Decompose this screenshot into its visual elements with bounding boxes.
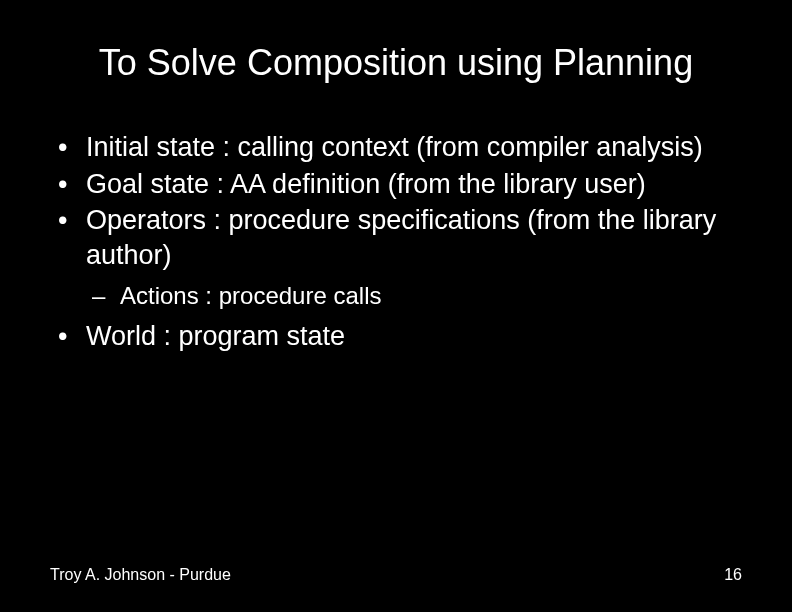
slide-title: To Solve Composition using Planning	[0, 0, 792, 94]
bullet-list: Initial state : calling context (from co…	[50, 130, 742, 354]
footer-author: Troy A. Johnson - Purdue	[50, 566, 231, 584]
slide-footer: Troy A. Johnson - Purdue 16	[0, 566, 792, 584]
list-item: Operators : procedure specifications (fr…	[50, 203, 742, 311]
sub-bullet-list: Actions : procedure calls	[86, 280, 742, 311]
list-item: Initial state : calling context (from co…	[50, 130, 742, 165]
list-item: Actions : procedure calls	[86, 280, 742, 311]
list-item-text: World : program state	[86, 321, 345, 351]
slide-content: Initial state : calling context (from co…	[0, 94, 792, 354]
list-item: Goal state : AA definition (from the lib…	[50, 167, 742, 202]
list-item-text: Initial state : calling context (from co…	[86, 132, 703, 162]
footer-page-number: 16	[724, 566, 742, 584]
slide: To Solve Composition using Planning Init…	[0, 0, 792, 612]
list-item-text: Goal state : AA definition (from the lib…	[86, 169, 646, 199]
list-item: World : program state	[50, 319, 742, 354]
list-item-text: Operators : procedure specifications (fr…	[86, 205, 716, 270]
list-item-text: Actions : procedure calls	[120, 282, 381, 309]
